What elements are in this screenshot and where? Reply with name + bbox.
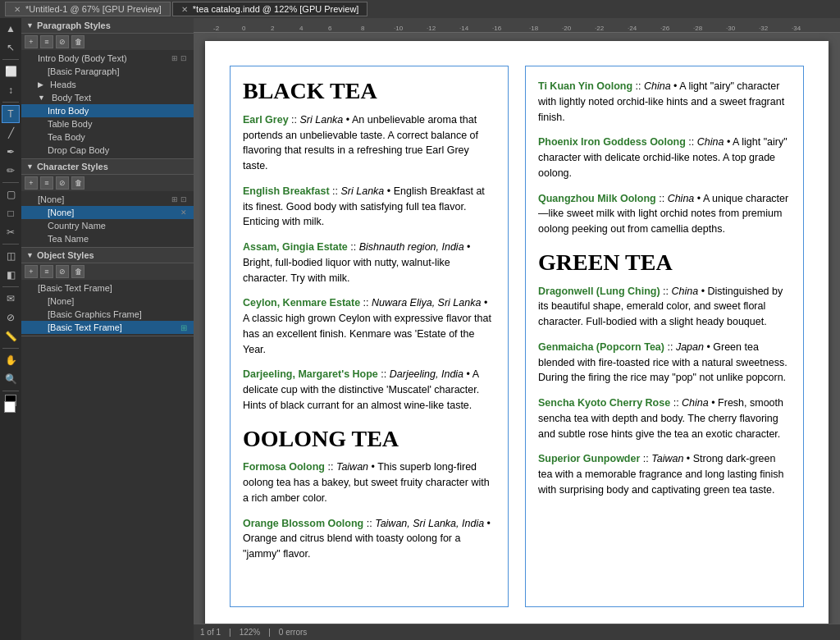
earl-grey-bullet: • bbox=[346, 114, 352, 126]
tool-strip: ▲ ↖ ⬜ ↕ T ╱ ✒ ✏ ▢ □ ✂ ◫ ◧ ✉ ⊘ 📏 ✋ 🔍 bbox=[0, 18, 21, 640]
style-table-body[interactable]: Table Body bbox=[21, 117, 194, 130]
char-style-country-name[interactable]: Country Name bbox=[21, 219, 194, 232]
error-count: 0 errors bbox=[279, 628, 307, 637]
char-style-tea-name[interactable]: Tea Name bbox=[21, 232, 194, 245]
quangzhou-entry: Quangzhou Milk Oolong :: China • A uniqu… bbox=[538, 191, 791, 237]
style-intro-body-sub[interactable]: Intro Body bbox=[21, 104, 194, 117]
rect-tool[interactable]: □ bbox=[2, 204, 20, 222]
char-style-delete[interactable]: 🗑 bbox=[71, 176, 84, 190]
obj-style-options[interactable]: ≡ bbox=[40, 265, 53, 278]
eyedropper-tool[interactable]: ⊘ bbox=[2, 309, 20, 327]
para-style-options[interactable]: ≡ bbox=[40, 35, 53, 48]
black-tea-heading: BLACK TEA bbox=[243, 79, 495, 104]
quangzhou-name: Quangzhou Milk Oolong bbox=[538, 193, 656, 204]
style-tea-body[interactable]: Tea Body bbox=[21, 130, 194, 144]
para-style-delete[interactable]: 🗑 bbox=[71, 35, 84, 48]
style-heads-group[interactable]: ▶ Heads bbox=[21, 78, 194, 91]
ti-kuan-name: Ti Kuan Yin Oolong bbox=[538, 80, 632, 92]
assam-origin: Bishnauth region, India bbox=[359, 241, 464, 253]
char-style-none-top[interactable]: [None] ⊞ ⊡ bbox=[21, 193, 194, 206]
phoenix-entry: Phoenix Iron Goddess Oolong :: China • A… bbox=[538, 135, 791, 181]
divider-3 bbox=[2, 182, 19, 183]
style-drop-cap-body[interactable]: Drop Cap Body bbox=[21, 144, 194, 157]
obj-style-basic-graphics[interactable]: [Basic Graphics Frame] bbox=[21, 308, 194, 321]
zoom-level: 122% bbox=[240, 628, 261, 637]
gradient-swatch-tool[interactable]: ◫ bbox=[2, 247, 20, 265]
tab-close-untitled[interactable]: ✕ bbox=[14, 5, 21, 14]
page-tool[interactable]: ⬜ bbox=[2, 62, 20, 80]
orange-blossom-name: Orange Blossom Oolong bbox=[243, 518, 363, 529]
para-style-clear[interactable]: ⊘ bbox=[56, 35, 69, 48]
select-tool[interactable]: ▲ bbox=[2, 20, 20, 38]
sencha-name: Sencha Kyoto Cherry Rose bbox=[538, 397, 670, 409]
main-area: ▲ ↖ ⬜ ↕ T ╱ ✒ ✏ ▢ □ ✂ ◫ ◧ ✉ ⊘ 📏 ✋ 🔍 ▼ Pa… bbox=[0, 18, 840, 640]
assam-desc: Bright, full-bodied liquor with nutty, w… bbox=[243, 257, 450, 284]
tab-close-tea-catalog[interactable]: ✕ bbox=[181, 5, 188, 14]
genmaicha-name: Genmaicha (Popcorn Tea) bbox=[538, 341, 664, 353]
char-style-none-delete[interactable]: ✕ bbox=[180, 208, 187, 217]
rect-frame-tool[interactable]: ▢ bbox=[2, 185, 20, 203]
hand-tool[interactable]: ✋ bbox=[2, 351, 20, 369]
left-column[interactable]: BLACK TEA Earl Grey :: Sri Lanka • An un… bbox=[230, 66, 509, 607]
obj-style-delete[interactable]: 🗑 bbox=[71, 265, 84, 278]
text-tool[interactable]: T bbox=[2, 105, 20, 123]
obj-style-new[interactable]: + bbox=[25, 265, 38, 278]
pen-tool[interactable]: ✒ bbox=[2, 143, 20, 161]
character-styles-header[interactable]: ▼ Character Styles bbox=[21, 159, 194, 174]
dragonwell-name: Dragonwell (Lung Ching) bbox=[538, 286, 660, 297]
para-style-new[interactable]: + bbox=[25, 35, 38, 48]
style-basic-paragraph[interactable]: [Basic Paragraph] bbox=[21, 65, 194, 78]
object-styles-arrow: ▼ bbox=[26, 251, 34, 259]
measure-tool[interactable]: 📏 bbox=[2, 327, 20, 345]
dragonwell-origin: China bbox=[672, 286, 699, 297]
sencha-entry: Sencha Kyoto Cherry Rose :: China • Fres… bbox=[538, 395, 791, 441]
char-style-none[interactable]: [None] ✕ bbox=[21, 206, 194, 219]
doc-scroll-area[interactable]: BLACK TEA Earl Grey :: Sri Lanka • An un… bbox=[194, 33, 840, 624]
zoom-tool[interactable]: 🔍 bbox=[2, 370, 20, 388]
obj-style-basic-text-top[interactable]: [Basic Text Frame] bbox=[21, 281, 194, 295]
direct-select-tool[interactable]: ↖ bbox=[2, 39, 20, 57]
formosa-origin: Taiwan bbox=[336, 461, 368, 473]
oolong-tea-heading: OOLONG TEA bbox=[243, 427, 495, 452]
paragraph-styles-title: Paragraph Styles bbox=[37, 21, 111, 30]
status-divider-2: | bbox=[268, 628, 271, 637]
sencha-origin: China bbox=[682, 397, 709, 409]
char-style-new[interactable]: + bbox=[25, 176, 38, 190]
style-body-text-group[interactable]: ▼ Body Text bbox=[21, 91, 194, 104]
line-tool[interactable]: ╱ bbox=[2, 124, 20, 142]
gradient-feather-tool[interactable]: ◧ bbox=[2, 266, 20, 284]
object-styles-title: Object Styles bbox=[37, 250, 94, 260]
stroke-color[interactable] bbox=[4, 401, 16, 413]
tab-tea-catalog[interactable]: ✕ *tea catalog.indd @ 122% [GPU Preview] bbox=[172, 2, 368, 16]
object-styles-toolbar: + ≡ ⊘ 🗑 bbox=[21, 263, 194, 280]
scissors-tool[interactable]: ✂ bbox=[2, 223, 20, 241]
style-intro-body[interactable]: Intro Body (Body Text) ⊞ ⊡ bbox=[21, 52, 194, 65]
obj-style-none[interactable]: [None] bbox=[21, 295, 194, 308]
note-tool[interactable]: ✉ bbox=[2, 290, 20, 308]
right-column[interactable]: Ti Kuan Yin Oolong :: China • A light "a… bbox=[525, 66, 804, 607]
ceylon-entry: Ceylon, Kenmare Estate :: Nuwara Eliya, … bbox=[243, 295, 495, 357]
english-breakfast-separator: :: bbox=[332, 185, 340, 197]
char-style-options[interactable]: ≡ bbox=[40, 176, 53, 190]
tab-untitled[interactable]: ✕ *Untitled-1 @ 67% [GPU Preview] bbox=[5, 2, 171, 16]
obj-style-basic-text[interactable]: [Basic Text Frame] ⊞ bbox=[21, 321, 194, 334]
character-styles-arrow: ▼ bbox=[26, 162, 34, 171]
formosa-name: Formosa Oolong bbox=[243, 461, 325, 473]
char-style-clear[interactable]: ⊘ bbox=[56, 176, 69, 190]
paragraph-styles-arrow: ▼ bbox=[26, 21, 34, 30]
formosa-entry: Formosa Oolong :: Taiwan • This superb l… bbox=[243, 459, 495, 505]
gunpowder-name: Superior Gunpowder bbox=[538, 453, 640, 464]
object-styles-header[interactable]: ▼ Object Styles bbox=[21, 248, 194, 263]
object-styles-list: [Basic Text Frame] [None] [Basic Graphic… bbox=[21, 280, 194, 336]
ceylon-origin: Nuwara Eliya, Sri Lanka bbox=[372, 297, 481, 309]
pencil-tool[interactable]: ✏ bbox=[2, 162, 20, 180]
green-tea-heading: GREEN TEA bbox=[538, 250, 791, 276]
darjeeling-entry: Darjeeling, Margaret's Hope :: Darjeelin… bbox=[243, 367, 495, 413]
assam-entry: Assam, Gingia Estate :: Bishnauth region… bbox=[243, 240, 495, 286]
paragraph-styles-header[interactable]: ▼ Paragraph Styles bbox=[21, 18, 194, 33]
ti-kuan-entry: Ti Kuan Yin Oolong :: China • A light "a… bbox=[538, 79, 791, 125]
divider-2 bbox=[2, 102, 19, 103]
gap-tool[interactable]: ↕ bbox=[2, 81, 20, 99]
sidebar: ▼ Paragraph Styles + ≡ ⊘ 🗑 Intro Body (B… bbox=[21, 18, 194, 640]
obj-style-clear[interactable]: ⊘ bbox=[56, 265, 69, 278]
